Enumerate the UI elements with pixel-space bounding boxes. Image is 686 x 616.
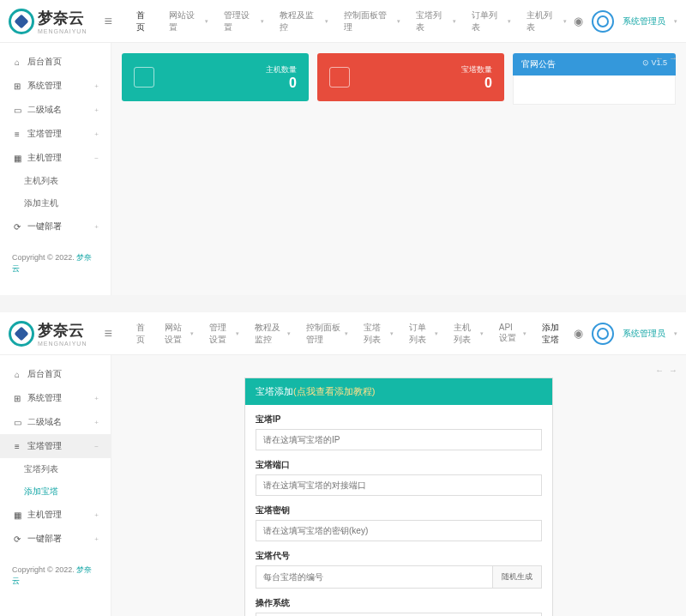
topnav-addbt[interactable]: 添加宝塔: [535, 318, 574, 349]
logo-icon: [9, 9, 34, 34]
menu-toggle-icon[interactable]: ≡: [104, 14, 111, 29]
topnav-panel[interactable]: 控制面板管理▾: [337, 6, 408, 37]
sidebar-item-bt[interactable]: ≡宝塔管理+: [0, 122, 111, 146]
logo[interactable]: 梦奈云 MENGNAIYUN: [9, 320, 87, 347]
main-content: ← → 主机数量0 宝塔数量0 官网公告⊙ V1.5: [111, 43, 686, 295]
home-icon: ⌂: [12, 370, 22, 379]
topnav-orders[interactable]: 订单列表▾: [465, 6, 519, 37]
topnav-manage[interactable]: 管理设置▾: [217, 6, 271, 37]
topnav-tutorial[interactable]: 教程及监控▾: [273, 6, 335, 37]
topnav-hosts[interactable]: 主机列表▾: [520, 6, 574, 37]
topnav-btlist[interactable]: 宝塔列表▾: [357, 318, 400, 349]
topnav-home[interactable]: 首页: [129, 6, 160, 37]
next-icon[interactable]: →: [669, 365, 677, 375]
topnav-panel[interactable]: 控制面板管理▾: [299, 318, 355, 349]
logo[interactable]: 梦奈云 MENGNAIYUN: [9, 8, 87, 34]
expand-icon: +: [94, 106, 99, 114]
expand-icon: +: [94, 535, 99, 543]
topnav-btlist[interactable]: 宝塔列表▾: [409, 6, 463, 37]
username-label[interactable]: 系统管理员: [623, 328, 665, 340]
chevron-down-icon: ▾: [190, 330, 194, 337]
expand-icon: +: [94, 511, 99, 519]
chevron-down-icon: ▾: [390, 330, 394, 337]
globe-icon[interactable]: ◉: [574, 15, 583, 27]
os-select[interactable]: Linux: [256, 613, 542, 616]
sidebar-sub-addhost[interactable]: 添加主机: [0, 192, 111, 214]
bt-count-label: 宝塔数量: [461, 64, 492, 75]
sidebar-item-host[interactable]: ▦主机管理+: [0, 503, 111, 527]
sidebar-item-domain[interactable]: ▭二级域名+: [0, 98, 111, 122]
page-nav: ← →: [655, 365, 677, 375]
port-label: 宝塔端口: [256, 459, 542, 471]
form-header: 宝塔添加(点我查看添加教程): [245, 378, 552, 405]
next-icon[interactable]: →: [669, 53, 677, 63]
topnav-site[interactable]: 网站设置▾: [158, 318, 202, 349]
chevron-down-icon: ▾: [397, 18, 400, 25]
expand-icon: +: [94, 130, 99, 138]
menu-toggle-icon[interactable]: ≡: [104, 326, 111, 341]
logo-text-en: MENGNAIYUN: [38, 28, 87, 34]
topnav-home[interactable]: 首页: [129, 318, 156, 349]
topnav-manage[interactable]: 管理设置▾: [202, 318, 246, 349]
username-label[interactable]: 系统管理员: [623, 15, 665, 27]
sidebar-item-host[interactable]: ▦主机管理−: [0, 146, 111, 170]
topnav-hosts[interactable]: 主机列表▾: [447, 318, 490, 349]
sidebar-item-home[interactable]: ⌂后台首页: [0, 50, 111, 74]
sidebar-item-deploy[interactable]: ⟳一键部署+: [0, 214, 111, 239]
chevron-down-icon: ▾: [345, 330, 348, 337]
sidebar: ⌂后台首页 ⊞系统管理+ ▭二级域名+ ≡宝塔管理+ ▦主机管理− 主机列表 添…: [0, 43, 111, 295]
chevron-down-icon: ▾: [523, 330, 527, 337]
avatar[interactable]: [592, 10, 614, 33]
refresh-icon: ⟳: [12, 222, 22, 232]
topbar: 梦奈云 MENGNAIYUN ≡ 首页 网站设置▾ 管理设置▾ 教程及监控▾ 控…: [0, 312, 686, 355]
prev-icon[interactable]: ←: [655, 365, 664, 375]
topnav-api[interactable]: API设置▾: [492, 318, 533, 349]
logo-text-en: MENGNAIYUN: [38, 341, 87, 347]
top-nav: 首页 网站设置▾ 管理设置▾ 教程及监控▾ 控制面板管理▾ 宝塔列表▾ 订单列表…: [129, 318, 574, 349]
generate-button[interactable]: 随机生成: [493, 565, 542, 589]
topnav-tutorial[interactable]: 教程及监控▾: [248, 318, 298, 349]
grid-icon: ⊞: [12, 82, 22, 91]
sidebar-sub-hostlist[interactable]: 主机列表: [0, 170, 111, 192]
globe-icon[interactable]: ◉: [574, 327, 583, 340]
copyright: Copyright © 2022. 梦奈云: [0, 239, 111, 288]
chevron-down-icon: ▾: [508, 18, 511, 25]
sidebar-item-deploy[interactable]: ⟳一键部署+: [0, 527, 111, 551]
chevron-down-icon: ▾: [205, 18, 208, 25]
code-label: 宝塔代号: [256, 550, 542, 562]
sidebar-item-domain[interactable]: ▭二级域名+: [0, 410, 111, 434]
announce-title: 官网公告: [521, 58, 556, 70]
host-count-card: 主机数量0: [122, 53, 309, 101]
server-icon: ▦: [12, 510, 22, 520]
key-label: 宝塔密钥: [256, 504, 542, 516]
ip-input[interactable]: [256, 429, 542, 450]
rect-icon: ▭: [12, 106, 22, 115]
ip-label: 宝塔IP: [256, 414, 542, 426]
chevron-down-icon: ▾: [325, 18, 328, 25]
expand-icon: +: [94, 223, 99, 231]
logo-text-cn: 梦奈云: [38, 8, 87, 28]
avatar[interactable]: [592, 323, 614, 345]
tutorial-link[interactable]: (点我查看添加教程): [293, 386, 375, 396]
topnav-orders[interactable]: 订单列表▾: [402, 318, 446, 349]
sidebar-item-system[interactable]: ⊞系统管理+: [0, 74, 111, 98]
collapse-icon: −: [94, 154, 99, 162]
version-badge: ⊙ V1.5: [642, 58, 667, 70]
code-input[interactable]: [256, 565, 493, 589]
chevron-down-icon: ▾: [480, 330, 484, 337]
key-input[interactable]: [256, 520, 542, 541]
sidebar-sub-addbt[interactable]: 添加宝塔: [0, 480, 111, 503]
logo-icon: [9, 321, 34, 347]
sidebar-item-home[interactable]: ⌂后台首页: [0, 362, 111, 386]
rect-icon: ▭: [12, 418, 22, 427]
sidebar-sub-btlist[interactable]: 宝塔列表: [0, 458, 111, 480]
sidebar-item-bt[interactable]: ≡宝塔管理−: [0, 434, 111, 458]
port-input[interactable]: [256, 474, 542, 496]
announce-body: [513, 75, 676, 105]
copyright: Copyright © 2022. 梦奈云: [0, 551, 111, 601]
topnav-site[interactable]: 网站设置▾: [162, 6, 216, 37]
sidebar-item-system[interactable]: ⊞系统管理+: [0, 386, 111, 410]
host-count-label: 主机数量: [266, 64, 297, 75]
announce-card: 官网公告⊙ V1.5: [513, 53, 676, 105]
expand-icon: +: [94, 395, 99, 402]
